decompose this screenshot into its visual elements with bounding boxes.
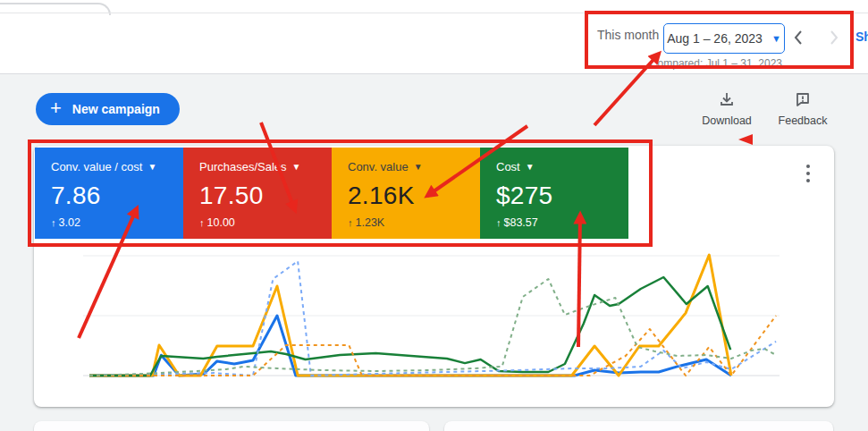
scorecard-conv-value-cost[interactable]: Conv. value / cost▼7.86↑3.02: [35, 148, 183, 239]
scorecard-delta: ↑$83.57: [496, 216, 628, 229]
chevron-right-icon: [831, 31, 837, 44]
scorecard-delta: ↑10.00: [199, 216, 332, 229]
scorecard-value: 7.86: [51, 182, 183, 210]
next-period-button[interactable]: [828, 29, 840, 46]
top-hairline-divider: [0, 13, 868, 13]
google-ads-overview-screen: This month Aug 1 – 26, 2023 ▼ Compared: …: [0, 0, 868, 431]
scorecard-purchases-sales[interactable]: Purchases/Sales▼17.50↑10.00: [183, 148, 332, 239]
date-range-value: Aug 1 – 26, 2023: [667, 31, 763, 46]
bottom-right-card: [444, 421, 833, 431]
scorecard-label[interactable]: Conv. value / cost▼: [51, 160, 183, 173]
previous-period-button[interactable]: [792, 29, 805, 46]
arrow-up-icon: ↑: [51, 217, 56, 228]
compared-period-label: Compared: Jul 1 – 31, 2023: [640, 57, 792, 70]
scorecard-label[interactable]: Purchases/Sales▼: [199, 160, 332, 173]
feedback-label: Feedback: [774, 114, 831, 127]
scorecard-value: $275: [496, 182, 628, 210]
arrow-up-icon: ↑: [348, 217, 353, 228]
arrow-up-icon: ↑: [199, 217, 205, 228]
period-label: This month: [597, 28, 659, 42]
scorecard-delta: ↑3.02: [51, 216, 183, 229]
show-link-clipped[interactable]: Sh: [855, 30, 868, 44]
arrow-up-icon: ↑: [496, 217, 501, 228]
chevron-down-icon: ▼: [292, 162, 301, 172]
scorecard-label[interactable]: Cost▼: [496, 160, 628, 173]
date-range-picker[interactable]: Aug 1 – 26, 2023 ▼: [663, 23, 785, 54]
scorecard-row: Conv. value / cost▼7.86↑3.02Purchases/Sa…: [35, 148, 628, 239]
new-campaign-label: New campaign: [72, 102, 160, 116]
card-kebab-menu-button[interactable]: [799, 161, 817, 186]
chevron-down-icon: ▼: [771, 34, 781, 44]
kebab-menu-icon: [806, 165, 810, 168]
scorecard-value: 17.50: [199, 182, 332, 210]
bottom-left-card: [34, 421, 429, 431]
chevron-down-icon: ▼: [147, 162, 156, 172]
feedback-icon: [794, 90, 812, 108]
download-button[interactable]: Download: [698, 90, 755, 127]
scorecard-label[interactable]: Conv. value▼: [348, 160, 480, 173]
download-label: Download: [698, 114, 755, 127]
plus-icon: +: [50, 98, 62, 118]
chevron-left-icon: [796, 31, 801, 44]
scorecard-delta: ↑1.23K: [348, 216, 480, 229]
scorecard-conv-value[interactable]: Conv. value▼2.16K↑1.23K: [332, 148, 480, 239]
scorecard-value: 2.16K: [348, 182, 480, 210]
download-icon: [718, 90, 736, 108]
chevron-down-icon: ▼: [526, 162, 535, 172]
chevron-down-icon: ▼: [414, 162, 423, 172]
new-campaign-button[interactable]: + New campaign: [36, 93, 180, 125]
feedback-button[interactable]: Feedback: [774, 90, 831, 127]
scorecard-cost[interactable]: Cost▼$275↑$83.57: [480, 148, 628, 239]
